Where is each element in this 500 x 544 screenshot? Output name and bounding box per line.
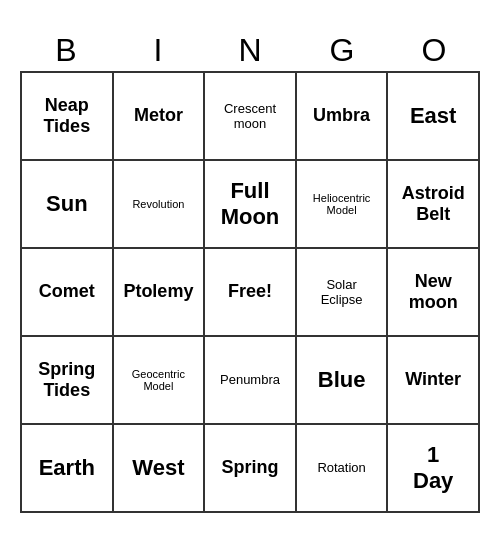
bingo-cell: Sun (22, 161, 114, 249)
bingo-cell: FullMoon (205, 161, 297, 249)
bingo-cell: Winter (388, 337, 480, 425)
cell-text: East (410, 103, 456, 129)
header-letter: I (112, 32, 204, 69)
cell-text: HeliocentricModel (313, 192, 370, 216)
cell-text: SolarEclipse (321, 277, 363, 307)
header-letter: G (296, 32, 388, 69)
cell-text: Revolution (132, 198, 184, 210)
bingo-cell: Ptolemy (114, 249, 206, 337)
bingo-cell: 1Day (388, 425, 480, 513)
cell-text: West (132, 455, 184, 481)
bingo-cell: GeocentricModel (114, 337, 206, 425)
bingo-cell: Newmoon (388, 249, 480, 337)
cell-text: 1Day (413, 442, 453, 494)
bingo-cell: Blue (297, 337, 389, 425)
cell-text: GeocentricModel (132, 368, 185, 392)
bingo-grid: NeapTidesMetorCrescentmoonUmbraEastSunRe… (20, 71, 480, 513)
cell-text: Newmoon (409, 271, 458, 313)
cell-text: Earth (39, 455, 95, 481)
bingo-cell: East (388, 73, 480, 161)
cell-text: FullMoon (221, 178, 280, 230)
bingo-cell: SolarEclipse (297, 249, 389, 337)
bingo-cell: NeapTides (22, 73, 114, 161)
cell-text: Crescentmoon (224, 101, 276, 131)
header-letter: O (388, 32, 480, 69)
bingo-cell: HeliocentricModel (297, 161, 389, 249)
cell-text: NeapTides (43, 95, 90, 137)
cell-text: Free! (228, 281, 272, 302)
cell-text: Spring (221, 457, 278, 478)
cell-text: Penumbra (220, 372, 280, 387)
cell-text: Winter (405, 369, 461, 390)
bingo-cell: SpringTides (22, 337, 114, 425)
bingo-cell: Earth (22, 425, 114, 513)
bingo-cell: Umbra (297, 73, 389, 161)
cell-text: Ptolemy (123, 281, 193, 302)
bingo-cell: Metor (114, 73, 206, 161)
bingo-cell: AstroidBelt (388, 161, 480, 249)
cell-text: AstroidBelt (402, 183, 465, 225)
bingo-cell: Revolution (114, 161, 206, 249)
header-letter: N (204, 32, 296, 69)
cell-text: Rotation (317, 460, 365, 475)
bingo-header: BINGO (20, 32, 480, 69)
cell-text: Sun (46, 191, 88, 217)
cell-text: Comet (39, 281, 95, 302)
bingo-cell: Comet (22, 249, 114, 337)
bingo-cell: West (114, 425, 206, 513)
bingo-container: BINGO NeapTidesMetorCrescentmoonUmbraEas… (10, 22, 490, 523)
cell-text: Blue (318, 367, 366, 393)
bingo-cell: Rotation (297, 425, 389, 513)
bingo-cell: Free! (205, 249, 297, 337)
cell-text: Metor (134, 105, 183, 126)
cell-text: Umbra (313, 105, 370, 126)
header-letter: B (20, 32, 112, 69)
bingo-cell: Spring (205, 425, 297, 513)
bingo-cell: Crescentmoon (205, 73, 297, 161)
bingo-cell: Penumbra (205, 337, 297, 425)
cell-text: SpringTides (38, 359, 95, 401)
